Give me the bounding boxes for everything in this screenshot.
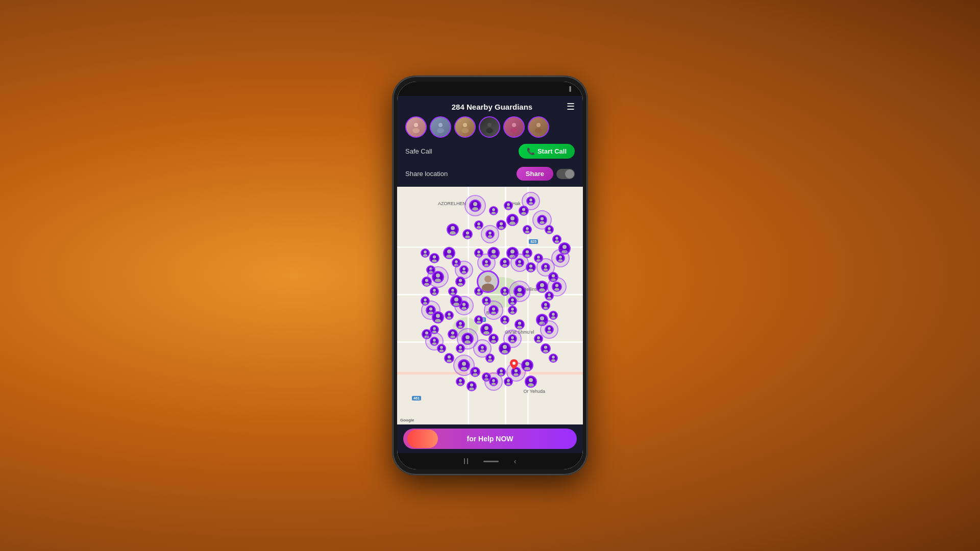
guardian-pin[interactable] — [541, 301, 550, 310]
guardian-pin[interactable] — [488, 305, 499, 315]
guardian-pin[interactable] — [443, 247, 455, 259]
svg-point-32 — [488, 235, 492, 238]
guardian-pin[interactable] — [467, 381, 477, 391]
guardian-pin[interactable] — [556, 254, 565, 263]
guardian-pin[interactable] — [421, 248, 430, 258]
guardian-pin[interactable] — [549, 311, 558, 320]
guardian-pin[interactable] — [456, 344, 465, 353]
svg-point-168 — [547, 331, 551, 334]
svg-point-115 — [484, 326, 488, 330]
guardian-pin[interactable] — [480, 323, 493, 336]
app-header: 284 Nearby Guardians ☰ — [397, 96, 583, 187]
svg-point-79 — [462, 267, 465, 270]
svg-point-167 — [548, 327, 551, 330]
guardian-pin[interactable] — [450, 295, 462, 307]
guardian-pin[interactable] — [478, 344, 487, 353]
guardian-pin[interactable] — [523, 225, 532, 234]
svg-point-96 — [464, 340, 471, 344]
guardian-pin[interactable] — [429, 253, 439, 263]
guardian-pin[interactable] — [496, 220, 506, 230]
guardian-pin[interactable] — [448, 329, 458, 339]
share-toggle[interactable] — [556, 169, 575, 179]
guardian-pin[interactable] — [545, 291, 554, 300]
guardian-pin[interactable] — [497, 367, 506, 377]
guardian-pin[interactable] — [499, 342, 511, 355]
menu-icon[interactable]: ☰ — [567, 101, 575, 112]
svg-point-75 — [447, 249, 451, 254]
guardian-pin[interactable] — [506, 214, 519, 226]
svg-point-188 — [458, 383, 462, 386]
svg-point-136 — [517, 293, 523, 297]
help-button[interactable]: for Help NOW — [403, 429, 577, 449]
guardian-pin[interactable] — [432, 311, 444, 323]
guardian-pin[interactable] — [545, 325, 554, 334]
back-chevron[interactable]: ‹ — [514, 457, 517, 465]
guardian-pin[interactable] — [459, 265, 469, 274]
guardian-pin[interactable] — [549, 354, 558, 363]
svg-point-91 — [459, 322, 462, 325]
svg-point-104 — [484, 264, 488, 267]
guardian-pin[interactable] — [482, 258, 491, 267]
guardian-pin[interactable] — [432, 271, 444, 283]
guardian-pin[interactable] — [534, 334, 543, 343]
guardian-pin[interactable] — [500, 287, 509, 296]
svg-point-184 — [513, 373, 519, 377]
guardian-pin[interactable] — [500, 315, 509, 324]
guardian-pin[interactable] — [514, 319, 525, 330]
avatar-3[interactable] — [454, 116, 476, 138]
guardian-pin[interactable] — [485, 230, 495, 239]
avatar-5[interactable] — [503, 116, 525, 138]
guardian-pin[interactable] — [513, 285, 526, 297]
guardian-pin[interactable] — [541, 263, 550, 272]
guardian-pin[interactable] — [437, 344, 446, 353]
guardian-pin[interactable] — [521, 359, 533, 371]
guardian-pin[interactable] — [461, 333, 474, 345]
guardian-pin[interactable] — [545, 225, 554, 234]
guardian-pin[interactable] — [489, 377, 498, 386]
guardian-pin[interactable] — [474, 220, 483, 230]
svg-point-119 — [481, 346, 484, 349]
guardian-pin[interactable] — [537, 215, 547, 225]
share-button[interactable]: Share — [517, 167, 553, 181]
guardian-pin[interactable] — [515, 258, 524, 267]
guardian-pin[interactable] — [458, 359, 470, 371]
svg-point-175 — [462, 362, 466, 366]
guardian-pin[interactable] — [508, 296, 517, 306]
guardian-pin[interactable] — [536, 281, 548, 293]
location-pin — [510, 359, 518, 371]
guardian-pin[interactable] — [552, 282, 562, 292]
avatar-6[interactable] — [528, 116, 549, 138]
start-call-button[interactable]: 📞 Start Call — [519, 144, 575, 159]
guardian-pin[interactable] — [504, 377, 513, 386]
guardian-pin[interactable] — [456, 320, 465, 329]
guardian-pin[interactable] — [456, 377, 465, 386]
svg-point-47 — [559, 256, 562, 259]
svg-point-101 — [477, 251, 480, 254]
guardian-pin[interactable] — [444, 353, 454, 363]
svg-point-142 — [517, 326, 522, 329]
svg-point-131 — [503, 289, 506, 292]
svg-point-3 — [437, 128, 444, 133]
guardian-pin[interactable] — [508, 306, 517, 315]
guardian-pin[interactable] — [485, 354, 495, 363]
guardian-pin[interactable] — [482, 296, 491, 306]
guardian-pin[interactable] — [525, 375, 537, 388]
guardian-pin[interactable] — [526, 196, 535, 206]
svg-point-1 — [412, 128, 420, 133]
guardian-pin[interactable] — [504, 201, 513, 210]
guardian-pin[interactable] — [552, 235, 561, 244]
guardian-pin[interactable] — [430, 325, 439, 334]
guardian-pin[interactable] — [430, 287, 439, 296]
avatar-4[interactable] — [479, 116, 500, 138]
guardian-pin[interactable] — [462, 229, 473, 239]
guardian-pin[interactable] — [445, 311, 454, 320]
avatar-1[interactable] — [405, 116, 427, 138]
avatar-2[interactable] — [430, 116, 451, 138]
guardian-pin[interactable] — [541, 343, 551, 354]
guardian-pin[interactable] — [469, 199, 481, 212]
guardian-pin[interactable] — [489, 206, 498, 215]
svg-point-147 — [529, 265, 532, 268]
svg-point-116 — [483, 331, 489, 335]
guardian-pin[interactable] — [421, 296, 430, 306]
guardian-pin[interactable] — [447, 223, 459, 236]
